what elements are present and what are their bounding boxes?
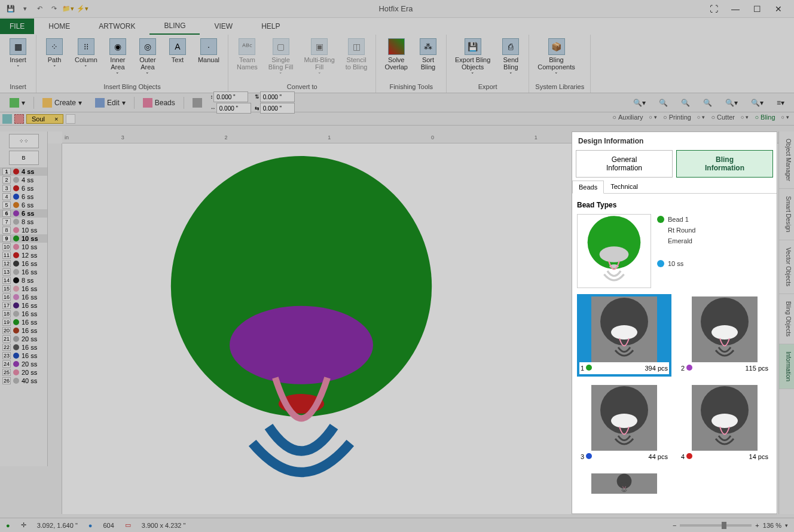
sidetab-object-manager[interactable]: Object Manager bbox=[779, 132, 794, 189]
palette-row-15[interactable]: 1516 ss bbox=[0, 285, 47, 293]
folder-icon[interactable]: 📁▾ bbox=[62, 3, 74, 15]
nav-icon-1[interactable] bbox=[2, 114, 12, 124]
palette-row-3[interactable]: 36 ss bbox=[0, 184, 47, 192]
palette-row-5[interactable]: 56 ss bbox=[0, 201, 47, 209]
palette-row-1[interactable]: 14 ss bbox=[0, 167, 47, 176]
zoom-tool-3[interactable]: 🔍 bbox=[676, 96, 695, 109]
palette-row-14[interactable]: 148 ss bbox=[0, 276, 47, 285]
zoom-tool-4[interactable]: 🔍 bbox=[698, 96, 717, 109]
spin-1[interactable] bbox=[213, 91, 248, 102]
palette-row-21[interactable]: 2120 ss bbox=[0, 335, 47, 343]
palette-row-22[interactable]: 2216 ss bbox=[0, 343, 47, 351]
nav-icon-2[interactable] bbox=[14, 114, 24, 124]
align-button[interactable] bbox=[188, 96, 207, 110]
sidetab-information[interactable]: Information bbox=[779, 344, 794, 389]
palette-row-26[interactable]: 2640 ss bbox=[0, 377, 47, 385]
zoom-tool-1[interactable]: 🔍▾ bbox=[628, 96, 651, 109]
new-doc-icon[interactable] bbox=[66, 114, 75, 124]
palette-row-16[interactable]: 1616 ss bbox=[0, 293, 47, 301]
stencil-button[interactable]: ◫Stencil to Bling bbox=[343, 37, 370, 72]
sidetab-vector-objects[interactable]: Vector Objects bbox=[779, 240, 794, 294]
export-objects-button[interactable]: 💾Export Bling Objects˅ bbox=[453, 37, 493, 79]
insert-button[interactable]: ▦Insert˅ bbox=[6, 37, 30, 72]
bead-card-3[interactable]: 3 44 pcs bbox=[577, 383, 671, 465]
team-names-button[interactable]: ᴬᴮᶜTeam Names bbox=[234, 37, 260, 72]
document-tab[interactable]: Soul × bbox=[26, 114, 63, 124]
list-button[interactable]: ≡▾ bbox=[772, 96, 789, 109]
close-button[interactable]: ✕ bbox=[770, 2, 787, 16]
path-button[interactable]: ⁘Path˅ bbox=[42, 37, 66, 72]
bead-card-4[interactable]: 4 14 pcs bbox=[677, 383, 772, 465]
fullscreen-icon[interactable]: ⛶ bbox=[706, 2, 722, 16]
new-button[interactable]: ▾ bbox=[5, 96, 30, 110]
subtab-beads[interactable]: Beads bbox=[572, 181, 604, 194]
opt-bling[interactable]: Bling bbox=[755, 114, 775, 121]
palette-row-9[interactable]: 910 ss bbox=[0, 234, 47, 243]
palette-row-8[interactable]: 810 ss bbox=[0, 226, 47, 234]
palette-row-12[interactable]: 1216 ss bbox=[0, 259, 47, 268]
column-button[interactable]: ⁝⁝Column˅ bbox=[72, 37, 100, 72]
palette-row-19[interactable]: 1916 ss bbox=[0, 318, 47, 326]
multi-fill-button[interactable]: ▣Multi-Bling Fill˅ bbox=[301, 37, 337, 79]
opt-cutter[interactable]: Cutter bbox=[711, 114, 735, 121]
maximize-button[interactable]: ☐ bbox=[749, 2, 765, 16]
palette-row-4[interactable]: 46 ss bbox=[0, 192, 47, 201]
beads-button[interactable]: Beads bbox=[138, 96, 180, 110]
zoom-in-button[interactable]: + bbox=[755, 522, 759, 529]
solve-overlap-button[interactable]: Solve Overlap bbox=[382, 37, 410, 72]
send-bling-button[interactable]: ⎙Send Bling˅ bbox=[499, 37, 523, 79]
tab-help[interactable]: HELP bbox=[247, 19, 294, 34]
components-button[interactable]: 📦Bling Components˅ bbox=[535, 37, 577, 79]
zoom-tool-2[interactable]: 🔍 bbox=[654, 96, 673, 109]
tab-view[interactable]: VIEW bbox=[200, 19, 247, 34]
undo-icon[interactable]: ↶ bbox=[33, 3, 45, 15]
tab-bling[interactable]: BLING bbox=[149, 18, 200, 35]
bead-card-5[interactable] bbox=[577, 471, 671, 496]
palette-row-2[interactable]: 24 ss bbox=[0, 176, 47, 184]
minimize-button[interactable]: — bbox=[727, 2, 744, 16]
tab-general-info[interactable]: General Information bbox=[576, 150, 673, 178]
opt-printing[interactable]: Printing bbox=[663, 114, 691, 121]
single-fill-button[interactable]: ▢Single Bling Fill˅ bbox=[266, 37, 296, 79]
palette-row-25[interactable]: 2520 ss bbox=[0, 368, 47, 377]
lightning-icon[interactable]: ⚡▾ bbox=[77, 3, 88, 15]
spin-4[interactable] bbox=[260, 103, 295, 114]
palette-row-24[interactable]: 2420 ss bbox=[0, 360, 47, 368]
edit-button[interactable]: Edit▾ bbox=[90, 96, 130, 110]
tab-bling-info[interactable]: Bling Information bbox=[676, 150, 773, 178]
tab-home[interactable]: HOME bbox=[34, 19, 84, 34]
bead-card-2[interactable]: 2 115 pcs bbox=[677, 294, 772, 377]
inner-area-button[interactable]: ◉Inner Area˅ bbox=[106, 37, 130, 79]
palette-row-10[interactable]: 1010 ss bbox=[0, 243, 47, 251]
palette-row-18[interactable]: 1816 ss bbox=[0, 310, 47, 318]
zoom-tool-5[interactable]: 🔍▾ bbox=[720, 96, 743, 109]
spin-3[interactable] bbox=[260, 91, 295, 102]
palette-row-20[interactable]: 2016 ss bbox=[0, 326, 47, 335]
tab-artwork[interactable]: ARTWORK bbox=[84, 19, 149, 34]
dropdown-icon[interactable]: ▾ bbox=[19, 3, 31, 15]
palette-row-17[interactable]: 1716 ss bbox=[0, 301, 47, 310]
subtab-technical[interactable]: Technical bbox=[604, 180, 645, 193]
palette-row-7[interactable]: 78 ss bbox=[0, 218, 47, 226]
sidetab-smart-design[interactable]: Smart Design bbox=[779, 189, 794, 240]
palette-row-6[interactable]: 66 ss bbox=[0, 209, 47, 218]
close-doc-icon[interactable]: × bbox=[54, 115, 58, 123]
bead-card-1[interactable]: 1 394 pcs bbox=[577, 294, 671, 377]
create-button[interactable]: Create▾ bbox=[38, 96, 87, 110]
redo-icon[interactable]: ↷ bbox=[48, 3, 60, 15]
palette-thumb-b[interactable]: B bbox=[9, 151, 39, 165]
palette-row-11[interactable]: 1112 ss bbox=[0, 251, 47, 259]
palette-thumb-1[interactable]: ⁘⁘ bbox=[9, 134, 39, 148]
opt-auxiliary[interactable]: Auxiliary bbox=[612, 114, 643, 121]
manual-button[interactable]: ·Manual bbox=[196, 37, 222, 65]
save-icon[interactable]: 💾 bbox=[5, 3, 17, 15]
tab-file[interactable]: FILE bbox=[0, 19, 34, 34]
zoom-out-button[interactable]: − bbox=[673, 522, 676, 529]
zoom-slider[interactable] bbox=[680, 524, 752, 527]
palette-row-23[interactable]: 2316 ss bbox=[0, 351, 47, 360]
zoom-tool-6[interactable]: 🔍▾ bbox=[746, 96, 768, 109]
sidetab-bling-objects[interactable]: Bling Objects bbox=[779, 294, 794, 344]
palette-row-13[interactable]: 1316 ss bbox=[0, 268, 47, 276]
spin-2[interactable] bbox=[216, 103, 251, 114]
outer-area-button[interactable]: ◎Outer Area˅ bbox=[136, 37, 160, 79]
